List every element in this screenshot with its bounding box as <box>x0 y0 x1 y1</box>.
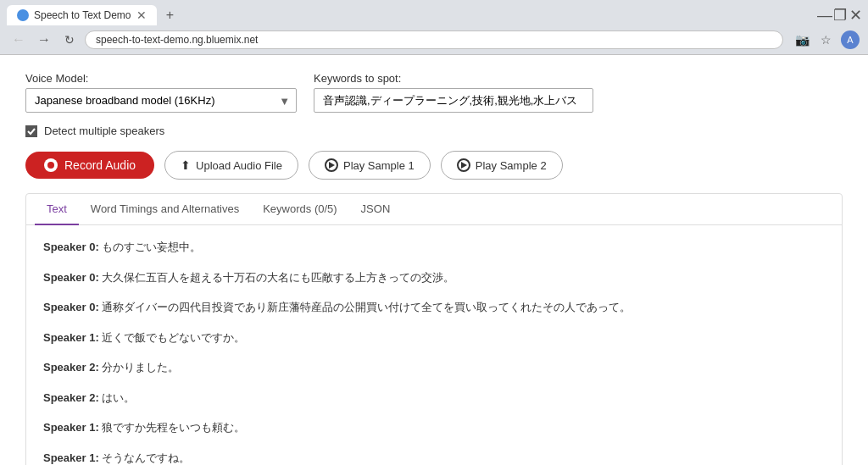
user-avatar[interactable]: A <box>841 30 860 49</box>
play-sample-2-button[interactable]: Play Sample 2 <box>441 151 563 180</box>
tab-json[interactable]: JSON <box>349 194 403 225</box>
close-button[interactable]: ✕ <box>849 9 861 21</box>
checkmark-icon <box>27 127 36 136</box>
cast-icon[interactable]: 📷 <box>793 31 810 48</box>
bookmark-icon[interactable]: ☆ <box>817 31 834 48</box>
buttons-row: Record Audio ⬆ Upload Audio File Play Sa… <box>25 151 843 180</box>
detect-speakers-checkbox[interactable] <box>25 125 37 137</box>
new-tab-button[interactable]: + <box>160 5 181 25</box>
play-sample-1-icon <box>325 158 338 172</box>
tab-favicon <box>17 9 29 21</box>
play-triangle-1 <box>329 162 335 169</box>
voice-model-label: Voice Model: <box>25 72 297 85</box>
tab-bar: Speech to Text Demo ✕ + — ❐ ✕ <box>0 0 868 25</box>
keywords-group: Keywords to spot: <box>314 72 593 113</box>
transcript-content: Speaker 0: ものすごい妄想中。Speaker 0: 大久保仁五百人を超… <box>26 225 842 465</box>
record-audio-label: Record Audio <box>64 158 136 172</box>
tab-word-timings[interactable]: Word Timings and Alternatives <box>79 194 251 225</box>
detect-speakers-row: Detect multiple speakers <box>25 125 843 137</box>
upload-icon: ⬆ <box>181 158 191 172</box>
speaker-line: Speaker 1: 狼ですか先程をいつも頼む。 <box>43 419 825 436</box>
nav-bar: ← → ↻ speech-to-text-demo.ng.bluemix.net… <box>0 25 868 54</box>
tab-keywords[interactable]: Keywords (0/5) <box>251 194 348 225</box>
window-controls: — ❐ ✕ <box>819 9 861 21</box>
voice-model-select[interactable]: Japanese broadband model (16KHz)English … <box>25 88 297 113</box>
play-sample-2-icon <box>457 158 470 172</box>
speaker-line: Speaker 1: そうなんですね。 <box>43 450 825 466</box>
voice-model-group: Voice Model: Japanese broadband model (1… <box>25 72 297 113</box>
speaker-line: Speaker 1: 近くで飯でもどないですか。 <box>43 329 825 346</box>
speaker-line: Speaker 2: 分かりました。 <box>43 359 825 376</box>
speaker-line: Speaker 0: 通称ダイバーの四代目投資であり新庄藩特産品の公開買い付けて… <box>43 299 825 316</box>
speaker-line: Speaker 2: はい。 <box>43 390 825 407</box>
maximize-button[interactable]: ❐ <box>834 9 846 21</box>
tab-close-icon[interactable]: ✕ <box>136 9 147 21</box>
minimize-button[interactable]: — <box>819 9 831 21</box>
forward-button[interactable]: → <box>34 30 54 50</box>
browser-chrome: Speech to Text Demo ✕ + — ❐ ✕ ← → ↻ spee… <box>0 0 868 55</box>
keywords-label: Keywords to spot: <box>314 72 593 85</box>
reload-button[interactable]: ↻ <box>59 30 80 50</box>
field-row: Voice Model: Japanese broadband model (1… <box>25 72 843 113</box>
keywords-input[interactable] <box>314 88 593 113</box>
nav-icons: 📷 ☆ A <box>793 30 860 49</box>
upload-audio-button[interactable]: ⬆ Upload Audio File <box>164 151 298 180</box>
upload-audio-label: Upload Audio File <box>196 159 282 172</box>
speaker-line: Speaker 0: 大久保仁五百人を超える十万石の大名にも匹敵する上方きっての… <box>43 269 825 286</box>
page-content: Voice Model: Japanese broadband model (1… <box>0 55 868 465</box>
tabs-container: Text Word Timings and Alternatives Keywo… <box>25 193 843 465</box>
play-sample-1-label: Play Sample 1 <box>343 159 415 172</box>
speaker-line: Speaker 0: ものすごい妄想中。 <box>43 239 825 256</box>
address-bar[interactable]: speech-to-text-demo.ng.bluemix.net <box>85 30 783 49</box>
voice-select-wrapper: Japanese broadband model (16KHz)English … <box>25 88 297 113</box>
record-dot <box>47 162 54 169</box>
tab-title-text: Speech to Text Demo <box>34 9 131 21</box>
record-icon <box>44 158 58 172</box>
play-triangle-2 <box>461 162 467 169</box>
back-button[interactable]: ← <box>8 30 29 50</box>
play-sample-1-button[interactable]: Play Sample 1 <box>309 151 431 180</box>
record-audio-button[interactable]: Record Audio <box>25 152 154 179</box>
browser-tab[interactable]: Speech to Text Demo ✕ <box>7 5 157 25</box>
detect-speakers-label: Detect multiple speakers <box>44 125 164 137</box>
tab-text[interactable]: Text <box>35 194 79 225</box>
play-sample-2-label: Play Sample 2 <box>476 159 547 172</box>
tabs-nav: Text Word Timings and Alternatives Keywo… <box>26 194 842 225</box>
